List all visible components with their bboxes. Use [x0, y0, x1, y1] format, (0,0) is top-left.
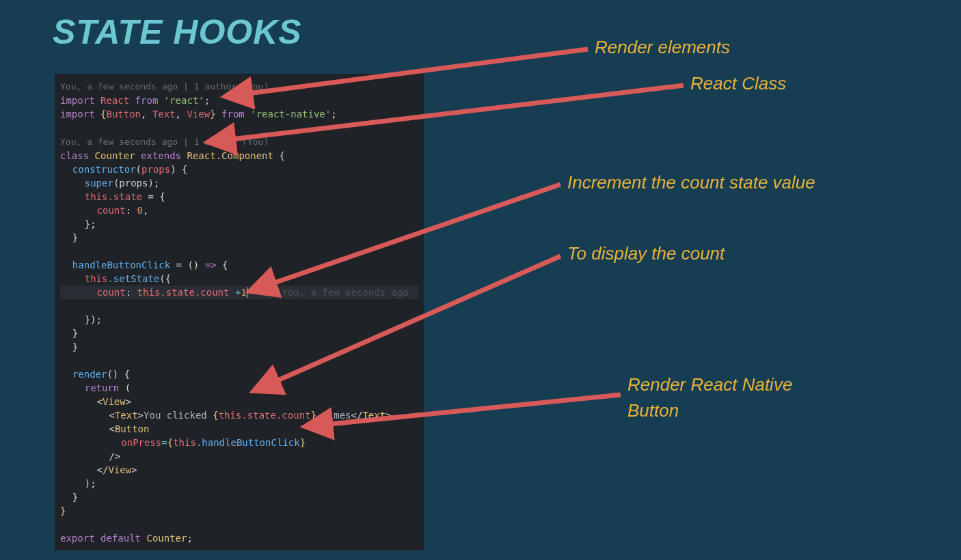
code-editor-panel: You, a few seconds ago | 1 author (You) … [55, 74, 424, 550]
code-block: You, a few seconds ago | 1 author (You) … [55, 76, 424, 548]
slide: STATE HOOKS You, a few seconds ago | 1 a… [0, 0, 961, 560]
annotation-render-elements: Render elements [595, 37, 730, 58]
annotation-increment-count: Increment the count state value [567, 172, 815, 193]
annotation-react-class: React Class [690, 73, 786, 94]
gitlens-inline-hint: You, a few seconds ago [282, 287, 408, 298]
slide-title: STATE HOOKS [53, 12, 302, 52]
gitlens-annotation-1: You, a few seconds ago | 1 author (You) [60, 81, 269, 92]
gitlens-annotation-2: You, a few seconds ago | 1 author (You) [60, 137, 269, 147]
annotation-render-button-1: Render React Native [627, 374, 792, 395]
annotation-display-count: To display the count [567, 243, 725, 264]
annotation-render-button-2: Button [627, 400, 679, 421]
